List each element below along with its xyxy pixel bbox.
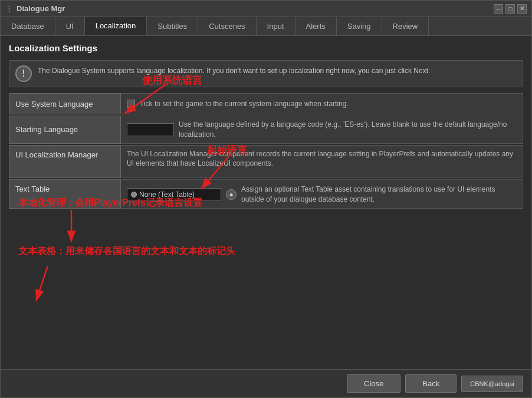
- ui-localization-manager-button[interactable]: UI Localization Manager: [9, 145, 121, 178]
- use-system-language-checkbox[interactable]: [127, 100, 135, 108]
- maximize-button[interactable]: □: [505, 4, 515, 14]
- info-box: ! The Dialogue System supports language …: [9, 60, 523, 87]
- setting-row-ui-localization-manager: UI Localization Manager The UI Localizat…: [9, 145, 523, 178]
- content-area: Localization Settings ! The Dialogue Sys…: [1, 36, 531, 369]
- text-table-value: None (Text Table) ● Assign an optional T…: [121, 179, 523, 209]
- starting-language-desc: Use the language defined by a language c…: [179, 120, 517, 140]
- setting-row-starting-language: Starting Language Use the language defin…: [9, 116, 523, 144]
- tab-ui[interactable]: UI: [55, 17, 85, 35]
- tab-database[interactable]: Database: [1, 17, 55, 35]
- ui-localization-manager-value: The UI Localization Manager component re…: [121, 145, 523, 178]
- tab-saving[interactable]: Saving: [337, 17, 382, 35]
- main-window: ⋮ Dialogue Mgr ─ □ ✕ Database UI Localiz…: [0, 0, 532, 398]
- tab-cutscenes[interactable]: Cutscenes: [198, 17, 256, 35]
- tab-localization[interactable]: Localization: [85, 17, 147, 35]
- bottom-bar: Close Back CBNK@adogai: [1, 369, 531, 397]
- title-bar-left: ⋮ Dialogue Mgr: [5, 4, 65, 13]
- starting-language-input[interactable]: [127, 123, 174, 136]
- annotation-localization-mgr: 本地化管理：会用PlayerPrefs记录语言设置: [60, 210, 154, 259]
- minimize-button[interactable]: ─: [494, 4, 503, 14]
- back-button[interactable]: Back: [405, 374, 457, 393]
- nav-tabs: Database UI Localization Subtitles Cutsc…: [1, 17, 531, 36]
- title-bar: ⋮ Dialogue Mgr ─ □ ✕: [1, 1, 531, 17]
- use-system-language-value: Tick to set the game to the current syst…: [121, 93, 523, 114]
- tab-review[interactable]: Review: [382, 17, 429, 35]
- text-table-button[interactable]: Text Table: [9, 179, 121, 209]
- info-icon: !: [15, 65, 32, 82]
- text-table-desc: Assign an optional Text Table asset cont…: [241, 185, 517, 205]
- tab-subtitles[interactable]: Subtitles: [147, 17, 198, 35]
- starting-language-value: Use the language defined by a language c…: [121, 116, 523, 144]
- text-table-circle-button[interactable]: ●: [226, 189, 237, 200]
- tab-alerts[interactable]: Alerts: [295, 17, 337, 35]
- use-system-language-button[interactable]: Use System Language: [9, 93, 121, 114]
- none-text: None (Text Table): [139, 190, 195, 199]
- info-message: The Dialogue System supports language lo…: [38, 65, 430, 76]
- none-dot-icon: [131, 192, 137, 198]
- window-title: Dialogue Mgr: [17, 4, 65, 13]
- next-button[interactable]: CBNK@adogai: [461, 376, 523, 392]
- section-title: Localization Settings: [9, 43, 523, 53]
- annotation-text-table: 文本表格：用来储存各国语言的文本和文本的标记头: [18, 245, 235, 258]
- ui-localization-manager-desc: The UI Localization Manager component re…: [127, 149, 517, 169]
- close-button[interactable]: ✕: [517, 4, 527, 14]
- title-bar-controls: ─ □ ✕: [494, 4, 527, 14]
- tab-input[interactable]: Input: [257, 17, 295, 35]
- setting-row-use-system-language: Use System Language Tick to set the game…: [9, 93, 523, 114]
- setting-row-text-table: Text Table None (Text Table) ● Assign an…: [9, 179, 523, 209]
- text-table-selector[interactable]: None (Text Table): [127, 188, 221, 201]
- starting-language-button[interactable]: Starting Language: [9, 116, 121, 144]
- svg-line-7: [36, 266, 48, 301]
- menu-icon[interactable]: ⋮: [5, 4, 13, 13]
- arrow-text-table: [30, 266, 107, 315]
- use-system-language-desc: Tick to set the game to the current syst…: [140, 99, 349, 109]
- close-button[interactable]: Close: [347, 374, 400, 393]
